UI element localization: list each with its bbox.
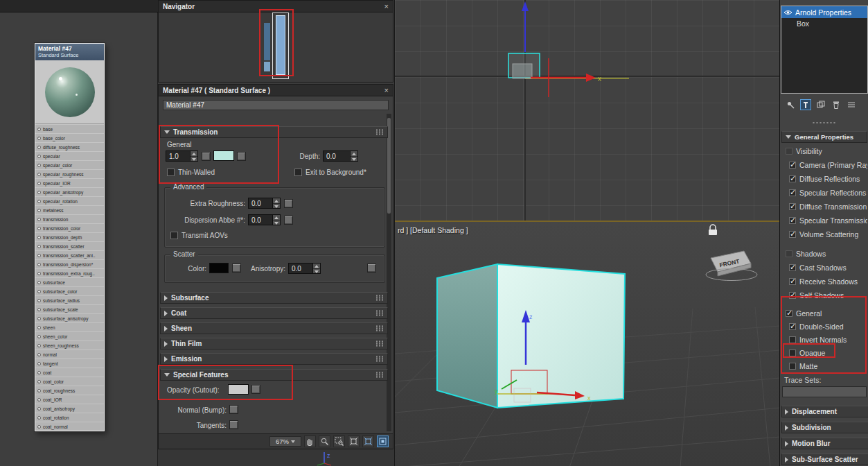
spinner-arrows[interactable] xyxy=(351,150,358,162)
material-slot[interactable]: specular_color xyxy=(35,160,104,169)
slot-socket-icon[interactable] xyxy=(37,191,41,194)
maximize-view-icon[interactable] xyxy=(377,435,389,447)
checkbox[interactable] xyxy=(789,217,796,224)
slot-socket-icon[interactable] xyxy=(37,236,41,239)
stack-row-box[interactable]: Box xyxy=(781,18,867,29)
spinner-value[interactable]: 0.0 xyxy=(323,150,351,162)
checkbox[interactable] xyxy=(789,363,796,370)
extra-roughness-spinner[interactable]: 0.0 xyxy=(248,198,281,209)
visibility-group-row[interactable]: Visibility xyxy=(786,144,867,158)
remove-modifier-icon[interactable] xyxy=(831,99,842,110)
checkbox[interactable] xyxy=(789,162,796,169)
slot-socket-icon[interactable] xyxy=(37,353,41,356)
spinner-value[interactable]: 1.0 xyxy=(166,150,191,162)
rollout-special-features[interactable]: Special Features xyxy=(160,369,388,381)
material-slot[interactable]: transmission_dispersion* xyxy=(35,259,104,268)
checkbox[interactable] xyxy=(789,323,796,330)
material-slot[interactable]: sheen_roughness xyxy=(35,340,104,350)
material-node[interactable]: Material #47 Standard Surface base base_… xyxy=(35,43,105,431)
checkbox[interactable] xyxy=(789,264,796,271)
show-end-result-icon[interactable] xyxy=(800,99,811,110)
material-slot[interactable]: coat_normal xyxy=(35,422,104,431)
slot-socket-icon[interactable] xyxy=(37,335,41,338)
rollout-collapsed[interactable]: Emission xyxy=(160,353,388,365)
spinner-arrows[interactable] xyxy=(313,263,321,274)
visibility-checkbox[interactable] xyxy=(786,148,792,155)
spin-down-icon[interactable] xyxy=(273,221,280,225)
navigator-titlebar[interactable]: Navigator × xyxy=(159,1,393,12)
slot-socket-icon[interactable] xyxy=(37,173,41,176)
material-panel-titlebar[interactable]: Material #47 ( Standard Surface ) × xyxy=(159,85,393,96)
normal-bump-map-button[interactable] xyxy=(229,405,238,414)
material-slot[interactable]: subsurface_anisotropy xyxy=(35,313,104,322)
material-node-title[interactable]: Material #47 Standard Surface xyxy=(35,44,104,60)
opacity-cutout-swatch[interactable] xyxy=(228,384,249,395)
checkbox-row[interactable]: Specular Reflections xyxy=(786,186,867,200)
slot-socket-icon[interactable] xyxy=(37,344,41,347)
spin-down-icon[interactable] xyxy=(313,269,320,274)
zoom-extents-selected-icon[interactable] xyxy=(362,435,374,447)
material-slot[interactable]: coat xyxy=(35,368,104,377)
dispersion-spinner[interactable]: 0.0 xyxy=(248,214,281,225)
material-slot[interactable]: specular_anisotropy xyxy=(35,187,104,196)
panel-splitter-handle[interactable] xyxy=(812,121,837,125)
general-group-row[interactable]: General xyxy=(786,307,867,320)
eye-icon[interactable] xyxy=(783,9,792,16)
viewport-top[interactable]: x xyxy=(395,0,780,221)
material-slot[interactable]: base xyxy=(35,124,104,133)
depth-spinner[interactable]: 0.0 xyxy=(323,150,358,162)
material-slot[interactable]: coat_color xyxy=(35,377,104,386)
viewport-perspective[interactable]: rd ] [Default Shading ] xyxy=(395,221,780,466)
thin-walled-checkbox-row[interactable]: Thin-Walled xyxy=(167,169,215,176)
slot-socket-icon[interactable] xyxy=(37,155,41,158)
pin-stack-icon[interactable] xyxy=(785,99,796,110)
material-slot[interactable]: specular_roughness xyxy=(35,169,104,178)
material-slot[interactable]: transmission_extra_roug.. xyxy=(35,268,104,277)
spin-down-icon[interactable] xyxy=(351,157,357,162)
slot-socket-icon[interactable] xyxy=(37,326,41,329)
spinner-arrows[interactable] xyxy=(273,214,281,225)
zoom-dropdown[interactable]: 67% xyxy=(269,436,301,447)
scatter-color-map-button[interactable] xyxy=(232,264,241,273)
transmission-weight-spinner[interactable]: 1.0 xyxy=(166,150,198,162)
slot-socket-icon[interactable] xyxy=(37,263,41,266)
material-slot[interactable]: specular_rotation xyxy=(35,196,104,205)
grip-icon[interactable] xyxy=(375,310,384,316)
slate-view[interactable]: Material #47 Standard Surface base base_… xyxy=(0,0,158,466)
slot-socket-icon[interactable] xyxy=(37,407,41,411)
stack-row-arnold-properties[interactable]: Arnold Properties xyxy=(781,6,867,18)
checkbox-row[interactable]: Cast Shadows xyxy=(786,261,867,275)
material-slot[interactable]: tangent xyxy=(35,359,104,368)
shadows-checkbox[interactable] xyxy=(786,250,792,257)
slot-socket-icon[interactable] xyxy=(37,146,41,149)
spinner-value[interactable]: 0.0 xyxy=(248,198,273,209)
slot-socket-icon[interactable] xyxy=(37,425,41,429)
checkbox-row[interactable]: Camera (Primary Rays) xyxy=(786,158,867,172)
modifier-stack[interactable]: Arnold Properties Box xyxy=(781,6,868,94)
spin-up-icon[interactable] xyxy=(273,215,280,221)
material-slot[interactable]: subsurface_radius xyxy=(35,295,104,304)
extra-roughness-map-button[interactable] xyxy=(284,199,293,208)
checkbox[interactable] xyxy=(789,203,796,210)
shadows-group-row[interactable]: Shadows xyxy=(786,247,867,261)
configure-modifier-sets-icon[interactable] xyxy=(846,99,857,110)
slot-socket-icon[interactable] xyxy=(37,254,41,257)
slot-socket-icon[interactable] xyxy=(37,164,41,167)
checkbox[interactable] xyxy=(789,189,796,196)
checkbox[interactable] xyxy=(789,231,796,238)
pan-hand-icon[interactable] xyxy=(304,435,316,447)
slot-socket-icon[interactable] xyxy=(37,218,41,221)
zoom-extents-icon[interactable] xyxy=(348,435,360,447)
material-slot[interactable]: transmission_scatter_ani.. xyxy=(35,250,104,259)
checkbox-row[interactable]: Invert Normals xyxy=(786,333,867,346)
rollout-collapsed[interactable]: Subsurface xyxy=(160,292,388,304)
scrollbar[interactable] xyxy=(387,114,391,431)
transmit-aovs-checkbox[interactable] xyxy=(170,232,178,239)
grip-icon[interactable] xyxy=(375,372,384,378)
transmission-color-map-button[interactable] xyxy=(237,152,246,161)
grip-icon[interactable] xyxy=(375,295,384,301)
slot-socket-icon[interactable] xyxy=(37,245,41,248)
slot-socket-icon[interactable] xyxy=(37,317,41,320)
opacity-cutout-map-button[interactable] xyxy=(251,385,260,394)
checkbox-row[interactable]: Diffuse Transmission xyxy=(786,200,867,214)
